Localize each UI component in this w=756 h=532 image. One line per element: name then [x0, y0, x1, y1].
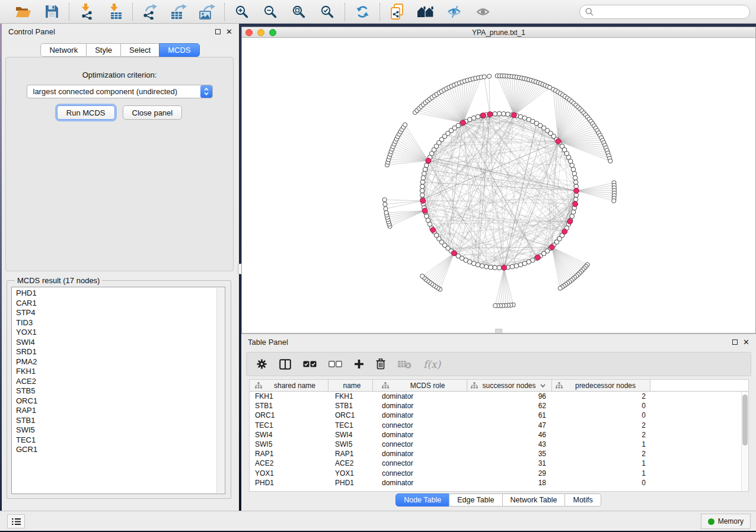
fit-content-button[interactable] — [289, 2, 308, 21]
zoom-selected-button[interactable] — [318, 2, 337, 21]
clone-network-button[interactable] — [388, 2, 407, 21]
delete-column-button[interactable] — [376, 357, 385, 371]
table-cell: connector — [373, 469, 467, 477]
memory-button[interactable]: Memory — [701, 514, 751, 529]
table-cell: FKH1 — [328, 392, 373, 400]
tab-motifs[interactable]: Motifs — [564, 493, 601, 507]
refresh-view-button[interactable] — [353, 2, 372, 21]
table-scrollbar[interactable] — [741, 392, 748, 491]
trash-icon — [376, 358, 385, 370]
close-table-panel-icon[interactable]: ✕ — [743, 339, 749, 345]
export-image-button[interactable] — [197, 2, 216, 21]
export-network-button[interactable] — [141, 2, 160, 21]
table-cell: 29 — [467, 469, 552, 477]
float-table-panel-icon[interactable] — [732, 339, 738, 345]
zoom-out-button[interactable] — [261, 2, 280, 21]
list-item[interactable]: SWI4 — [16, 338, 225, 348]
tab-edge-table[interactable]: Edge Table — [449, 493, 502, 507]
table-cell: ORC1 — [328, 411, 373, 419]
table-scrollbar-thumb[interactable] — [742, 395, 748, 446]
table-row[interactable]: ORC1ORC1dominator610 — [250, 411, 748, 420]
table-cell: 0 — [552, 479, 650, 487]
function-builder-button[interactable]: f(x) — [423, 357, 441, 371]
table-row[interactable]: PHD1PHD1dominator180 — [250, 478, 748, 488]
network-canvas[interactable] — [242, 38, 755, 333]
table-settings-button[interactable] — [256, 357, 267, 371]
select-all-button[interactable] — [303, 357, 317, 371]
horizontal-splitter-handle[interactable] — [495, 329, 503, 333]
network-graph[interactable] — [242, 38, 755, 333]
list-item[interactable]: GCR1 — [16, 445, 225, 455]
list-item[interactable]: CAR1 — [16, 299, 225, 309]
tab-mcds[interactable]: MCDS — [159, 43, 199, 57]
tab-network-table[interactable]: Network Table — [502, 493, 566, 507]
list-item[interactable]: TEC1 — [16, 435, 225, 446]
list-item[interactable]: RAP1 — [16, 406, 225, 416]
close-panel-icon[interactable]: ✕ — [226, 29, 232, 34]
list-item[interactable]: PHD1 — [16, 289, 225, 299]
float-panel-icon[interactable] — [215, 29, 221, 34]
open-session-home-button[interactable] — [416, 2, 435, 21]
column-header-predecessor-nodes[interactable]: predecessor nodes — [552, 380, 650, 391]
list-item[interactable]: FKH1 — [16, 367, 225, 377]
list-item[interactable]: YOX1 — [16, 328, 225, 338]
list-item[interactable]: PMA2 — [16, 357, 225, 367]
tab-network[interactable]: Network — [40, 43, 87, 57]
network-titlebar[interactable]: YPA_prune.txt_1 — [242, 27, 755, 38]
list-item[interactable]: SRD1 — [16, 347, 225, 357]
list-item[interactable]: ACE2 — [16, 377, 225, 387]
node-table: shared namenameMCDS rolesuccessor nodesp… — [249, 379, 749, 492]
table-panel: Table Panel ✕ — [241, 334, 756, 511]
attribute-icon — [556, 382, 563, 389]
tab-style[interactable]: Style — [86, 43, 121, 57]
show-graphics-details-button[interactable] — [473, 2, 492, 21]
open-session-button[interactable] — [14, 2, 33, 21]
import-network-button[interactable] — [77, 2, 96, 21]
deselect-all-button[interactable] — [328, 357, 342, 371]
table-cell: PHD1 — [250, 479, 328, 487]
table-row[interactable]: TEC1TEC1connector472 — [250, 421, 748, 430]
search-field[interactable] — [597, 8, 744, 16]
column-header-successor-nodes[interactable]: successor nodes — [467, 380, 552, 391]
table-row[interactable]: YOX1YOX1connector291 — [250, 469, 748, 478]
status-menu-button[interactable] — [7, 514, 25, 528]
show-columns-button[interactable] — [279, 357, 291, 371]
table-row[interactable]: SWI4SWI4dominator462 — [250, 430, 748, 440]
save-floppy-icon — [45, 5, 59, 18]
run-mcds-button[interactable]: Run MCDS — [57, 105, 115, 120]
close-panel-button[interactable]: Close panel — [123, 105, 183, 120]
list-item[interactable]: TID3 — [16, 318, 225, 328]
export-table-button[interactable] — [169, 2, 188, 21]
table-cell: dominator — [373, 431, 467, 439]
table-row[interactable]: ACE2ACE2connector311 — [250, 459, 748, 468]
column-header-shared-name[interactable]: shared name — [250, 380, 328, 391]
column-header-MCDS-role[interactable]: MCDS role — [373, 380, 467, 391]
list-item[interactable]: SWI5 — [16, 425, 225, 435]
table-row[interactable]: STB1STB1dominator620 — [250, 401, 748, 411]
tab-node-table[interactable]: Node Table — [395, 493, 449, 507]
result-scrollbar[interactable] — [216, 288, 224, 493]
list-item[interactable]: STP4 — [16, 308, 225, 318]
list-item[interactable]: STB5 — [16, 386, 225, 396]
table-cell: 43 — [467, 440, 552, 448]
table-row[interactable]: SWI5SWI5connector431 — [250, 440, 748, 449]
mcds-result-list[interactable]: PHD1CAR1STP4TID3YOX1SWI4SRD1PMA2FKH1ACE2… — [11, 287, 225, 494]
list-item[interactable]: STB1 — [16, 416, 225, 426]
save-session-button[interactable] — [42, 2, 61, 21]
attribute-icon — [382, 382, 389, 389]
delete-table-button[interactable] — [397, 357, 412, 371]
optimization-criterion-select[interactable]: largest connected component (undirected) — [27, 85, 213, 98]
hide-graphics-details-button[interactable] — [445, 2, 464, 21]
search-input[interactable] — [579, 5, 750, 19]
table-cell: 62 — [467, 402, 552, 410]
table-row[interactable]: FKH1FKH1dominator962 — [250, 392, 748, 401]
table-cell: 35 — [467, 450, 552, 458]
create-column-button[interactable] — [354, 357, 364, 371]
column-header-name[interactable]: name — [328, 380, 373, 391]
import-table-button[interactable] — [106, 2, 125, 21]
table-row[interactable]: RAP1RAP1dominator352 — [250, 449, 748, 459]
tab-select[interactable]: Select — [120, 43, 160, 57]
zoom-in-button[interactable] — [232, 2, 251, 21]
list-item[interactable]: ORC1 — [16, 396, 225, 406]
table-body: FKH1FKH1dominator962STB1STB1dominator620… — [250, 392, 748, 488]
